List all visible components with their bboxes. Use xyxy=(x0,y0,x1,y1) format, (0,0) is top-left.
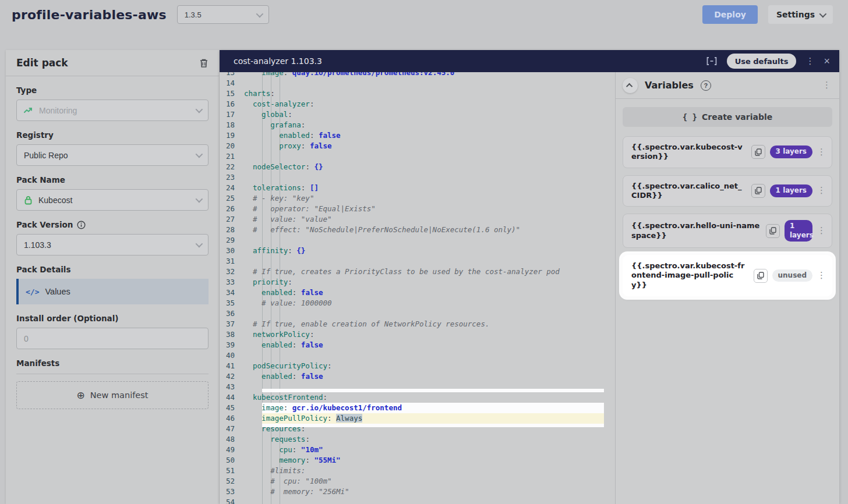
type-select-value: Monitoring xyxy=(39,106,77,115)
editor-kebab-menu[interactable]: ⋮ xyxy=(805,57,814,66)
pack-version-select[interactable]: 1.103.3 xyxy=(16,234,209,255)
code-token: global xyxy=(262,110,288,119)
line-number: 26 xyxy=(220,204,244,214)
delete-pack-button[interactable] xyxy=(199,58,209,68)
code-line-54[interactable]: 54 xyxy=(220,497,615,504)
code-token xyxy=(244,141,279,150)
diff-view-icon[interactable] xyxy=(706,56,718,66)
kubecost-logo-icon xyxy=(24,196,33,205)
code-line-24[interactable]: 24 tolerations: [] xyxy=(220,183,615,193)
code-line-43[interactable]: 43 xyxy=(220,382,615,392)
code-line-23[interactable]: 23 xyxy=(220,172,615,183)
code-token xyxy=(244,424,262,433)
yaml-code-pane[interactable]: 13 image: quay.io/prometheus/prometheus:… xyxy=(220,72,615,504)
collapse-panel-button[interactable] xyxy=(623,78,638,93)
close-icon[interactable]: × xyxy=(824,55,830,68)
code-token: "55Mi" xyxy=(314,456,340,464)
copy-icon[interactable] xyxy=(751,145,765,159)
code-line-25[interactable]: 25 # - key: "key" xyxy=(220,193,615,204)
variable-card-2[interactable]: {{.spectro.var.calico_net_CIDR}}1 layers… xyxy=(623,175,832,207)
code-line-19[interactable]: 19 enabled: false xyxy=(220,130,615,141)
variables-kebab-menu[interactable]: ⋮ xyxy=(822,81,831,90)
copy-icon[interactable] xyxy=(754,269,768,283)
type-select[interactable]: Monitoring xyxy=(16,100,209,121)
code-token: "10m" xyxy=(301,445,323,454)
variable-card-4[interactable]: {{.spectro.var.kubecost-frontend-image-p… xyxy=(623,255,832,296)
code-line-14[interactable]: 14 xyxy=(220,78,615,88)
registry-select-value: Public Repo xyxy=(24,151,68,160)
code-line-21[interactable]: 21 xyxy=(220,151,615,162)
code-line-53[interactable]: 53 # memory: "256Mi" xyxy=(220,487,615,497)
create-variable-button[interactable]: { } Create variable xyxy=(623,107,832,127)
pack-details-label: Pack Details xyxy=(16,265,209,274)
code-line-35[interactable]: 35 # value: 1000000 xyxy=(220,298,615,308)
registry-select[interactable]: Public Repo xyxy=(16,144,209,166)
settings-button[interactable]: Settings xyxy=(768,5,833,24)
pack-name-select-value: Kubecost xyxy=(38,196,72,205)
main-content: Edit pack Type Monitoring Registry xyxy=(0,29,848,504)
code-line-30[interactable]: 30 affinity: {} xyxy=(220,246,615,256)
code-line-32[interactable]: 32 # If true, creates a PriorityClass to… xyxy=(220,267,615,277)
line-number: 43 xyxy=(220,382,244,392)
variable-kebab-menu[interactable]: ⋮ xyxy=(817,186,826,195)
install-order-input[interactable] xyxy=(24,334,201,343)
code-line-20[interactable]: 20 proxy: false xyxy=(220,141,615,151)
variable-kebab-menu[interactable]: ⋮ xyxy=(817,271,826,280)
code-line-39[interactable]: 39 enabled: false xyxy=(220,340,615,350)
code-token: : xyxy=(288,110,292,119)
line-number: 29 xyxy=(220,235,244,246)
line-number: 15 xyxy=(220,88,244,99)
line-number: 20 xyxy=(220,141,244,151)
variable-kebab-menu[interactable]: ⋮ xyxy=(817,148,826,157)
code-line-50[interactable]: 50 memory: "55Mi" xyxy=(220,455,615,466)
profile-version-select[interactable]: 1.3.5 xyxy=(177,5,269,24)
chevron-down-icon xyxy=(819,10,827,17)
code-line-31[interactable]: 31 xyxy=(220,256,615,267)
code-line-45[interactable]: 45 image: gcr.io/kubecost1/frontend xyxy=(220,403,615,413)
help-icon[interactable]: ? xyxy=(701,80,711,91)
code-line-42[interactable]: 42 enabled: false xyxy=(220,371,615,382)
registry-label: Registry xyxy=(16,130,209,140)
chevron-up-icon xyxy=(626,83,633,89)
yaml-code-lines: 13 image: quay.io/prometheus/prometheus:… xyxy=(220,72,615,504)
new-manifest-button[interactable]: ⊕ New manifest xyxy=(16,381,209,409)
code-line-47[interactable]: 47 resources: xyxy=(220,424,615,434)
variable-card-1[interactable]: {{.spectro.var.kubecost-version}}3 layer… xyxy=(623,136,832,168)
pack-name-select[interactable]: Kubecost xyxy=(16,189,209,211)
code-line-17[interactable]: 17 global: xyxy=(220,109,615,120)
code-line-28[interactable]: 28 # effect: "NoSchedule|PreferNoSchedul… xyxy=(220,225,615,235)
code-line-40[interactable]: 40 xyxy=(220,350,615,361)
code-line-44[interactable]: 44 kubecostFrontend: xyxy=(220,392,615,403)
code-line-22[interactable]: 22 nodeSelector: {} xyxy=(220,162,615,172)
code-token xyxy=(244,110,262,119)
code-line-51[interactable]: 51 #limits: xyxy=(220,466,615,476)
variable-kebab-menu[interactable]: ⋮ xyxy=(817,226,826,235)
use-defaults-button[interactable]: Use defaults xyxy=(727,54,797,69)
code-line-26[interactable]: 26 # operator: "Equal|Exists" xyxy=(220,204,615,214)
pack-details-values-tab[interactable]: </> Values xyxy=(16,279,209,304)
code-line-41[interactable]: 41 podSecurityPolicy: xyxy=(220,361,615,371)
code-line-18[interactable]: 18 grafana: xyxy=(220,120,615,130)
code-line-13[interactable]: 13 image: quay.io/prometheus/prometheus:… xyxy=(220,72,615,78)
code-line-52[interactable]: 52 # cpu: "100m" xyxy=(220,476,615,487)
code-line-33[interactable]: 33 priority: xyxy=(220,277,615,288)
copy-icon[interactable] xyxy=(766,224,780,238)
code-line-49[interactable]: 49 cpu: "10m" xyxy=(220,445,615,455)
code-line-48[interactable]: 48 requests: xyxy=(220,434,615,445)
copy-icon[interactable] xyxy=(751,184,765,198)
code-line-27[interactable]: 27 # value: "value" xyxy=(220,214,615,225)
line-text: # value: 1000000 xyxy=(244,298,332,308)
code-line-15[interactable]: 15charts: xyxy=(220,88,615,99)
deploy-button[interactable]: Deploy xyxy=(702,5,758,24)
variable-card-3[interactable]: {{.spectro.var.hello-uni-namespace}}1 la… xyxy=(623,214,832,248)
code-line-29[interactable]: 29 xyxy=(220,235,615,246)
code-token xyxy=(244,72,262,77)
code-line-38[interactable]: 38 networkPolicy: xyxy=(220,329,615,340)
code-line-46[interactable]: 46 imagePullPolicy: Always xyxy=(220,413,615,424)
code-line-36[interactable]: 36 xyxy=(220,308,615,319)
code-token: priority xyxy=(253,278,288,286)
code-line-16[interactable]: 16 cost-analyzer: xyxy=(220,99,615,109)
code-token: networkPolicy xyxy=(253,330,310,339)
code-line-37[interactable]: 37 # If true, enable creation of Network… xyxy=(220,319,615,329)
code-line-34[interactable]: 34 enabled: false xyxy=(220,288,615,298)
